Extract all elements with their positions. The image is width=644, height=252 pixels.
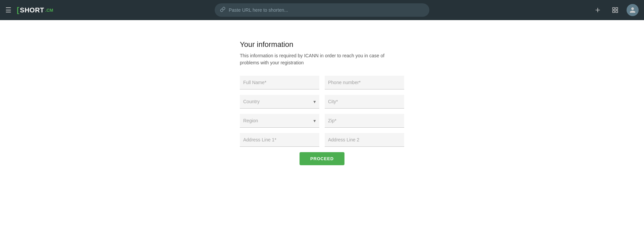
svg-rect-5 <box>616 11 618 13</box>
address2-input[interactable] <box>325 133 404 147</box>
page-title: Your information <box>240 40 404 49</box>
logo-bracket: [ <box>17 6 19 14</box>
menu-icon[interactable]: ☰ <box>5 6 11 14</box>
phone-input[interactable] <box>325 76 404 89</box>
region-select[interactable]: Region Region 1 Region 2 <box>240 114 319 128</box>
logo: [ SHORT .CM <box>17 6 53 14</box>
region-select-wrapper: Region Region 1 Region 2 ▼ <box>240 114 319 128</box>
zip-input[interactable] <box>325 114 404 128</box>
grid-button[interactable] <box>609 4 621 16</box>
row-name-phone <box>240 76 404 89</box>
svg-rect-4 <box>613 11 615 13</box>
navbar-right <box>592 4 639 16</box>
full-name-input[interactable] <box>240 76 319 89</box>
svg-rect-3 <box>616 8 618 10</box>
country-field: Country United States United Kingdom Can… <box>240 95 319 109</box>
main-content: Your information This information is req… <box>0 20 644 185</box>
country-select-wrapper: Country United States United Kingdom Can… <box>240 95 319 109</box>
city-field <box>325 95 404 109</box>
svg-rect-2 <box>613 8 615 10</box>
proceed-row: PROCEED <box>240 152 404 165</box>
form-container: Your information This information is req… <box>240 40 404 165</box>
url-bar[interactable]: Paste URL here to shorten... <box>215 3 429 17</box>
row-region-zip: Region Region 1 Region 2 ▼ <box>240 114 404 128</box>
navbar: ☰ [ SHORT .CM Paste URL here to shorten.… <box>0 0 644 20</box>
row-country-city: Country United States United Kingdom Can… <box>240 95 404 109</box>
logo-text: SHORT <box>20 6 44 14</box>
url-placeholder-text: Paste URL here to shorten... <box>229 7 288 13</box>
add-button[interactable] <box>592 4 604 16</box>
link-icon <box>220 7 225 13</box>
address2-field <box>325 133 404 147</box>
city-input[interactable] <box>325 95 404 109</box>
logo-cm: .CM <box>45 8 53 13</box>
region-field: Region Region 1 Region 2 ▼ <box>240 114 319 128</box>
country-select[interactable]: Country United States United Kingdom Can… <box>240 95 319 109</box>
address1-input[interactable] <box>240 133 319 147</box>
phone-field <box>325 76 404 89</box>
avatar[interactable] <box>627 4 639 16</box>
page-subtitle: This information is required by ICANN in… <box>240 52 404 66</box>
address1-field <box>240 133 319 147</box>
full-name-field <box>240 76 319 89</box>
row-address <box>240 133 404 147</box>
zip-field <box>325 114 404 128</box>
proceed-button[interactable]: PROCEED <box>300 152 344 165</box>
